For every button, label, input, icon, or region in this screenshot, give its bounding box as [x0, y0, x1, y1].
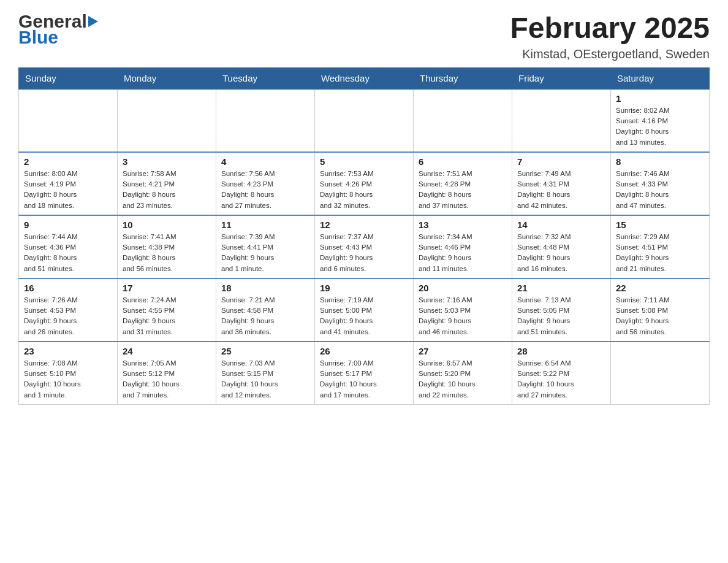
calendar-cell [19, 89, 118, 152]
day-info: Sunrise: 7:44 AM Sunset: 4:36 PM Dayligh… [24, 232, 112, 274]
day-info: Sunrise: 6:54 AM Sunset: 5:22 PM Dayligh… [517, 358, 605, 400]
day-number: 14 [517, 220, 605, 230]
day-info: Sunrise: 7:39 AM Sunset: 4:41 PM Dayligh… [221, 232, 309, 274]
day-info: Sunrise: 7:53 AM Sunset: 4:26 PM Dayligh… [320, 169, 408, 211]
day-number: 24 [123, 346, 211, 356]
calendar-cell: 10Sunrise: 7:41 AM Sunset: 4:38 PM Dayli… [118, 215, 216, 278]
day-number: 18 [221, 283, 309, 293]
day-info: Sunrise: 7:49 AM Sunset: 4:31 PM Dayligh… [517, 169, 605, 211]
location-subtitle: Kimstad, OEstergoetland, Sweden [510, 47, 710, 61]
day-number: 3 [123, 156, 211, 167]
calendar-table: SundayMondayTuesdayWednesdayThursdayFrid… [18, 67, 710, 405]
day-of-week-header: Thursday [414, 67, 512, 89]
calendar-cell: 24Sunrise: 7:05 AM Sunset: 5:12 PM Dayli… [118, 342, 216, 405]
calendar-cell: 13Sunrise: 7:34 AM Sunset: 4:46 PM Dayli… [414, 215, 512, 278]
calendar-cell: 11Sunrise: 7:39 AM Sunset: 4:41 PM Dayli… [216, 215, 315, 278]
day-info: Sunrise: 7:11 AM Sunset: 5:08 PM Dayligh… [616, 295, 704, 337]
day-info: Sunrise: 7:29 AM Sunset: 4:51 PM Dayligh… [616, 232, 704, 274]
day-number: 12 [320, 220, 408, 230]
calendar-cell: 9Sunrise: 7:44 AM Sunset: 4:36 PM Daylig… [19, 215, 118, 278]
calendar-header-row: SundayMondayTuesdayWednesdayThursdayFrid… [19, 67, 710, 89]
calendar-cell: 5Sunrise: 7:53 AM Sunset: 4:26 PM Daylig… [315, 152, 414, 215]
calendar-cell [611, 342, 710, 405]
calendar-week-row: 2Sunrise: 8:00 AM Sunset: 4:19 PM Daylig… [19, 152, 710, 215]
day-info: Sunrise: 7:32 AM Sunset: 4:48 PM Dayligh… [517, 232, 605, 274]
day-number: 15 [616, 220, 704, 230]
page-header: General Blue February 2025 Kimstad, OEst… [18, 12, 710, 61]
calendar-cell: 26Sunrise: 7:00 AM Sunset: 5:17 PM Dayli… [315, 342, 414, 405]
day-info: Sunrise: 7:19 AM Sunset: 5:00 PM Dayligh… [320, 295, 408, 337]
day-number: 2 [24, 156, 112, 167]
day-number: 10 [123, 220, 211, 230]
day-info: Sunrise: 7:16 AM Sunset: 5:03 PM Dayligh… [419, 295, 507, 337]
calendar-cell [414, 89, 512, 152]
day-number: 26 [320, 346, 408, 356]
day-number: 5 [320, 156, 408, 167]
day-info: Sunrise: 7:51 AM Sunset: 4:28 PM Dayligh… [419, 169, 507, 211]
calendar-cell: 2Sunrise: 8:00 AM Sunset: 4:19 PM Daylig… [19, 152, 118, 215]
logo-arrow-icon [88, 16, 98, 27]
day-number: 7 [517, 156, 605, 167]
day-info: Sunrise: 7:05 AM Sunset: 5:12 PM Dayligh… [123, 358, 211, 400]
calendar-cell [315, 89, 414, 152]
calendar-cell: 15Sunrise: 7:29 AM Sunset: 4:51 PM Dayli… [611, 215, 710, 278]
calendar-cell: 25Sunrise: 7:03 AM Sunset: 5:15 PM Dayli… [216, 342, 315, 405]
day-number: 23 [24, 346, 112, 356]
day-info: Sunrise: 7:34 AM Sunset: 4:46 PM Dayligh… [419, 232, 507, 274]
calendar-cell [118, 89, 216, 152]
calendar-cell: 18Sunrise: 7:21 AM Sunset: 4:58 PM Dayli… [216, 278, 315, 342]
day-info: Sunrise: 7:24 AM Sunset: 4:55 PM Dayligh… [123, 295, 211, 337]
calendar-week-row: 23Sunrise: 7:08 AM Sunset: 5:10 PM Dayli… [19, 342, 710, 405]
calendar-cell: 17Sunrise: 7:24 AM Sunset: 4:55 PM Dayli… [118, 278, 216, 342]
calendar-cell: 1Sunrise: 8:02 AM Sunset: 4:16 PM Daylig… [611, 89, 710, 152]
calendar-cell: 19Sunrise: 7:19 AM Sunset: 5:00 PM Dayli… [315, 278, 414, 342]
day-info: Sunrise: 7:21 AM Sunset: 4:58 PM Dayligh… [221, 295, 309, 337]
day-of-week-header: Saturday [611, 67, 710, 89]
calendar-cell: 23Sunrise: 7:08 AM Sunset: 5:10 PM Dayli… [19, 342, 118, 405]
day-number: 21 [517, 283, 605, 293]
day-info: Sunrise: 7:26 AM Sunset: 4:53 PM Dayligh… [24, 295, 112, 337]
day-number: 1 [616, 93, 704, 104]
day-of-week-header: Monday [118, 67, 216, 89]
day-info: Sunrise: 7:58 AM Sunset: 4:21 PM Dayligh… [123, 169, 211, 211]
calendar-cell: 6Sunrise: 7:51 AM Sunset: 4:28 PM Daylig… [414, 152, 512, 215]
calendar-cell: 3Sunrise: 7:58 AM Sunset: 4:21 PM Daylig… [118, 152, 216, 215]
day-info: Sunrise: 8:00 AM Sunset: 4:19 PM Dayligh… [24, 169, 112, 211]
calendar-cell: 21Sunrise: 7:13 AM Sunset: 5:05 PM Dayli… [512, 278, 611, 342]
day-number: 4 [221, 156, 309, 167]
day-info: Sunrise: 8:02 AM Sunset: 4:16 PM Dayligh… [616, 105, 704, 148]
calendar-week-row: 1Sunrise: 8:02 AM Sunset: 4:16 PM Daylig… [19, 89, 710, 152]
calendar-cell: 27Sunrise: 6:57 AM Sunset: 5:20 PM Dayli… [414, 342, 512, 405]
calendar-cell: 4Sunrise: 7:56 AM Sunset: 4:23 PM Daylig… [216, 152, 315, 215]
day-info: Sunrise: 7:56 AM Sunset: 4:23 PM Dayligh… [221, 169, 309, 211]
day-number: 8 [616, 156, 704, 167]
day-number: 13 [419, 220, 507, 230]
calendar-cell: 14Sunrise: 7:32 AM Sunset: 4:48 PM Dayli… [512, 215, 611, 278]
calendar-cell: 8Sunrise: 7:46 AM Sunset: 4:33 PM Daylig… [611, 152, 710, 215]
calendar-cell: 20Sunrise: 7:16 AM Sunset: 5:03 PM Dayli… [414, 278, 512, 342]
logo-blue-text: Blue [18, 28, 58, 47]
day-info: Sunrise: 7:37 AM Sunset: 4:43 PM Dayligh… [320, 232, 408, 274]
day-info: Sunrise: 7:41 AM Sunset: 4:38 PM Dayligh… [123, 232, 211, 274]
day-info: Sunrise: 6:57 AM Sunset: 5:20 PM Dayligh… [419, 358, 507, 400]
day-info: Sunrise: 7:46 AM Sunset: 4:33 PM Dayligh… [616, 169, 704, 211]
day-info: Sunrise: 7:13 AM Sunset: 5:05 PM Dayligh… [517, 295, 605, 337]
day-info: Sunrise: 7:08 AM Sunset: 5:10 PM Dayligh… [24, 358, 112, 400]
day-number: 6 [419, 156, 507, 167]
calendar-cell [216, 89, 315, 152]
day-of-week-header: Sunday [19, 67, 118, 89]
day-number: 19 [320, 283, 408, 293]
calendar-cell: 12Sunrise: 7:37 AM Sunset: 4:43 PM Dayli… [315, 215, 414, 278]
day-of-week-header: Wednesday [315, 67, 414, 89]
calendar-cell: 7Sunrise: 7:49 AM Sunset: 4:31 PM Daylig… [512, 152, 611, 215]
day-number: 16 [24, 283, 112, 293]
day-number: 25 [221, 346, 309, 356]
day-number: 28 [517, 346, 605, 356]
calendar-cell: 28Sunrise: 6:54 AM Sunset: 5:22 PM Dayli… [512, 342, 611, 405]
calendar-cell: 22Sunrise: 7:11 AM Sunset: 5:08 PM Dayli… [611, 278, 710, 342]
day-number: 22 [616, 283, 704, 293]
month-title: February 2025 [510, 12, 710, 45]
day-number: 9 [24, 220, 112, 230]
day-number: 27 [419, 346, 507, 356]
calendar-cell [512, 89, 611, 152]
